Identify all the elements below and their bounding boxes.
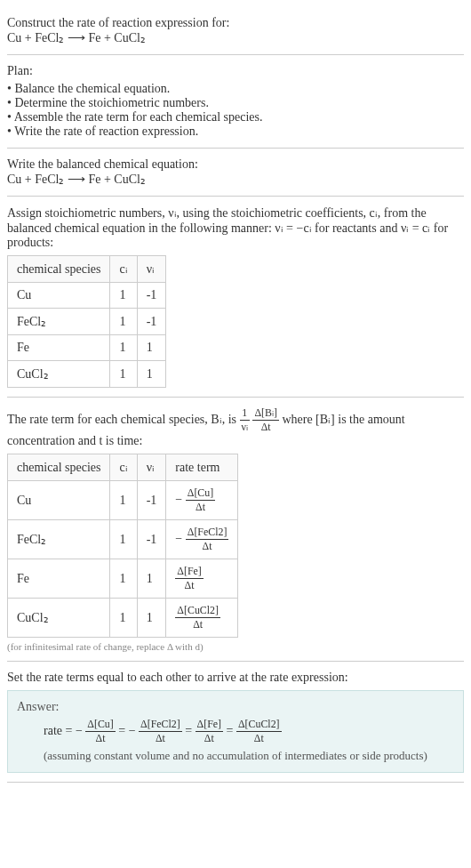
- fraction-denominator: Δt: [175, 579, 203, 592]
- c-cell: 1: [110, 283, 137, 309]
- plan-title: Plan:: [7, 64, 464, 78]
- fraction-numerator: 1: [240, 406, 250, 421]
- c-cell: 1: [110, 361, 137, 388]
- equals-sep: =: [185, 724, 195, 737]
- fraction-numerator: Δ[Fe]: [175, 565, 203, 579]
- rate-cell: − Δ[Cu] Δt: [166, 481, 238, 520]
- rate-cell: Δ[CuCl2] Δt: [166, 599, 238, 638]
- fraction-numerator: Δ[Cu]: [186, 486, 215, 501]
- table-header-row: chemical species cᵢ νᵢ: [8, 256, 166, 283]
- answer-box: Answer: rate = − Δ[Cu] Δt = − Δ[FeCl2] Δ…: [7, 690, 464, 773]
- table-row: FeCl₂ 1 -1 − Δ[FeCl2] Δt: [8, 520, 238, 559]
- table-header: rate term: [166, 454, 238, 481]
- rateterm-intro: The rate term for each chemical species,…: [7, 406, 464, 448]
- v-cell: 1: [137, 335, 166, 361]
- fraction-denominator: νᵢ: [240, 421, 250, 434]
- fraction-numerator: Δ[CuCl2]: [175, 604, 220, 618]
- rateterm-section: The rate term for each chemical species,…: [7, 398, 464, 662]
- fraction-denominator: Δt: [175, 618, 220, 631]
- species-cell: CuCl₂: [8, 361, 110, 388]
- rate-fraction: Δ[Fe] Δt: [196, 718, 223, 745]
- fraction-numerator: Δ[Cu]: [85, 718, 115, 732]
- balanced-title: Write the balanced chemical equation:: [7, 157, 464, 172]
- delta-b-fraction: Δ[Bᵢ] Δt: [252, 406, 279, 434]
- fraction-denominator: Δt: [252, 421, 279, 434]
- one-over-nu-fraction: 1 νᵢ: [240, 406, 250, 434]
- equals-sep: = −: [118, 724, 135, 737]
- table-header: cᵢ: [110, 454, 137, 481]
- rate-cell: − Δ[FeCl2] Δt: [166, 520, 238, 559]
- table-header: νᵢ: [137, 256, 166, 283]
- fraction-numerator: Δ[Bᵢ]: [252, 406, 279, 421]
- table-header: cᵢ: [110, 256, 137, 283]
- balanced-section: Write the balanced chemical equation: Cu…: [7, 149, 464, 197]
- plan-list: Balance the chemical equation. Determine…: [7, 82, 464, 139]
- rate-sign: −: [175, 493, 182, 506]
- rate-fraction: Δ[FeCl2] Δt: [139, 718, 182, 745]
- fraction-denominator: Δt: [196, 732, 223, 745]
- table-row: Cu 1 -1: [8, 283, 166, 309]
- fraction-denominator: Δt: [186, 501, 215, 514]
- fraction-numerator: Δ[Fe]: [196, 718, 223, 732]
- v-cell: -1: [137, 520, 166, 559]
- v-cell: 1: [137, 599, 166, 638]
- final-section: Set the rate terms equal to each other t…: [7, 662, 464, 783]
- rate-fraction: Δ[CuCl2] Δt: [175, 604, 220, 631]
- species-cell: Fe: [8, 559, 110, 599]
- answer-assumption: (assuming constant volume and no accumul…: [17, 749, 454, 763]
- fraction-denominator: Δt: [139, 732, 182, 745]
- table-row: FeCl₂ 1 -1: [8, 309, 166, 335]
- rate-sign: −: [175, 532, 182, 545]
- rate-fraction: Δ[FeCl2] Δt: [186, 526, 229, 553]
- stoich-table: chemical species cᵢ νᵢ Cu 1 -1 FeCl₂ 1 -…: [7, 255, 166, 388]
- table-row: CuCl₂ 1 1 Δ[CuCl2] Δt: [8, 599, 238, 638]
- rate-fraction: Δ[Fe] Δt: [175, 565, 203, 592]
- plan-item: Assemble the rate term for each chemical…: [7, 110, 464, 125]
- table-row: CuCl₂ 1 1: [8, 361, 166, 388]
- v-cell: 1: [137, 361, 166, 388]
- species-cell: Cu: [8, 283, 110, 309]
- c-cell: 1: [110, 481, 137, 520]
- rate-fraction: Δ[CuCl2] Δt: [236, 718, 282, 745]
- species-cell: Fe: [8, 335, 110, 361]
- table-header: νᵢ: [137, 454, 166, 481]
- species-cell: FeCl₂: [8, 520, 110, 559]
- table-header-row: chemical species cᵢ νᵢ rate term: [8, 454, 238, 481]
- table-header: chemical species: [8, 454, 110, 481]
- v-cell: -1: [137, 283, 166, 309]
- table-row: Fe 1 1 Δ[Fe] Δt: [8, 559, 238, 599]
- equals-sep: =: [227, 724, 236, 737]
- fraction-numerator: Δ[FeCl2]: [139, 718, 182, 732]
- species-cell: FeCl₂: [8, 309, 110, 335]
- rate-expression: rate = − Δ[Cu] Δt = − Δ[FeCl2] Δt = Δ[Fe…: [17, 718, 454, 745]
- v-cell: 1: [137, 559, 166, 599]
- rate-fraction: Δ[Cu] Δt: [186, 486, 215, 514]
- v-cell: -1: [137, 481, 166, 520]
- table-header: chemical species: [8, 256, 110, 283]
- fraction-denominator: Δt: [236, 732, 282, 745]
- species-cell: Cu: [8, 481, 110, 520]
- plan-item: Write the rate of reaction expression.: [7, 125, 464, 139]
- table-row: Cu 1 -1 − Δ[Cu] Δt: [8, 481, 238, 520]
- rate-cell: Δ[Fe] Δt: [166, 559, 238, 599]
- construct-title: Construct the rate of reaction expressio…: [7, 16, 464, 30]
- plan-item: Balance the chemical equation.: [7, 82, 464, 96]
- fraction-numerator: Δ[FeCl2]: [186, 526, 229, 540]
- final-title: Set the rate terms equal to each other t…: [7, 671, 464, 685]
- rateterm-intro-a: The rate term for each chemical species,…: [7, 413, 240, 426]
- rate-fraction: Δ[Cu] Δt: [85, 718, 115, 745]
- answer-label: Answer:: [17, 700, 454, 714]
- c-cell: 1: [110, 559, 137, 599]
- plan-section: Plan: Balance the chemical equation. Det…: [7, 55, 464, 149]
- plan-item: Determine the stoichiometric numbers.: [7, 96, 464, 110]
- v-cell: -1: [137, 309, 166, 335]
- infinitesimal-note: (for infinitesimal rate of change, repla…: [7, 641, 464, 652]
- c-cell: 1: [110, 520, 137, 559]
- fraction-denominator: Δt: [186, 540, 229, 553]
- c-cell: 1: [110, 309, 137, 335]
- fraction-denominator: Δt: [85, 732, 115, 745]
- stoich-intro: Assign stoichiometric numbers, νᵢ, using…: [7, 205, 464, 250]
- stoich-section: Assign stoichiometric numbers, νᵢ, using…: [7, 197, 464, 398]
- fraction-numerator: Δ[CuCl2]: [236, 718, 282, 732]
- c-cell: 1: [110, 599, 137, 638]
